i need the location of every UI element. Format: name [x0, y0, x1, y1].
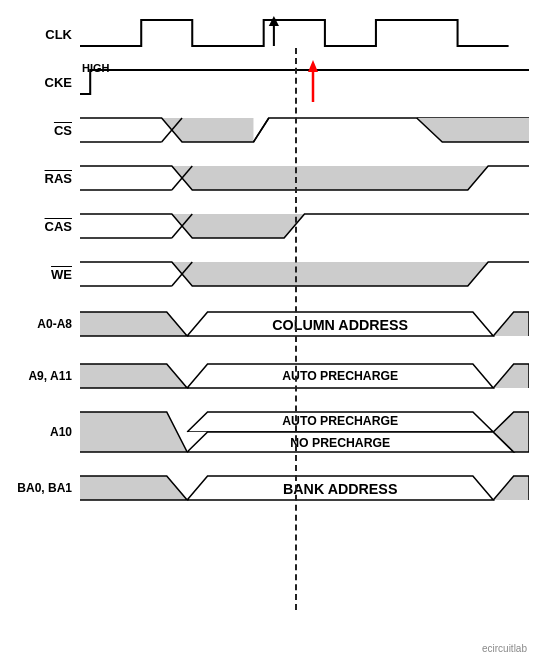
svg-marker-28	[80, 476, 187, 500]
svg-text:COLUMN ADDRESS: COLUMN ADDRESS	[272, 317, 408, 333]
signal-ras	[80, 154, 529, 202]
svg-marker-22	[80, 412, 187, 452]
label-ba01: BA0, BA1	[10, 481, 80, 495]
signal-cke: HIGH	[80, 58, 529, 106]
high-label: HIGH	[82, 62, 110, 74]
signal-cs	[80, 106, 529, 154]
row-cas: CAS	[10, 202, 529, 250]
svg-marker-3	[308, 60, 318, 72]
svg-marker-14	[80, 312, 187, 336]
label-ras: RAS	[10, 171, 80, 186]
row-ba01: BA0, BA1 BANK ADDRESS	[10, 462, 529, 514]
svg-text:BANK ADDRESS: BANK ADDRESS	[283, 481, 397, 497]
row-clk: CLK	[10, 10, 529, 58]
label-a10: A10	[10, 425, 80, 439]
row-cke: CKE HIGH	[10, 58, 529, 106]
label-cs: CS	[10, 123, 80, 138]
row-a0a8: A0-A8 COLUMN ADDRESS	[10, 298, 529, 350]
row-ras: RAS	[10, 154, 529, 202]
signal-we	[80, 250, 529, 298]
label-a0a8: A0-A8	[10, 317, 80, 331]
svg-line-6	[253, 118, 268, 142]
svg-marker-4	[80, 118, 305, 142]
row-we: WE	[10, 250, 529, 298]
svg-text:AUTO PRECHARGE: AUTO PRECHARGE	[282, 414, 398, 428]
row-a9a11: A9, A11 AUTO PRECHARGE	[10, 350, 529, 402]
signal-a9a11: AUTO PRECHARGE	[80, 350, 529, 402]
svg-text:AUTO PRECHARGE: AUTO PRECHARGE	[282, 369, 398, 383]
diagram-container: CLK CKE HIGH	[0, 0, 539, 662]
watermark: ecircuitlab	[482, 643, 527, 654]
svg-marker-18	[80, 364, 187, 388]
signal-a10: AUTO PRECHARGE NO PRECHARGE	[80, 402, 529, 462]
label-cke: CKE	[10, 75, 80, 90]
row-a10: A10 AUTO PRECHARGE NO PRECHARGE	[10, 402, 529, 462]
svg-marker-10	[80, 214, 529, 238]
signal-a0a8: COLUMN ADDRESS	[80, 298, 529, 350]
svg-marker-8	[80, 166, 529, 190]
signal-clk	[80, 10, 529, 58]
signal-cas	[80, 202, 529, 250]
svg-marker-7	[417, 118, 529, 142]
label-clk: CLK	[10, 27, 80, 42]
label-cas: CAS	[10, 219, 80, 234]
label-we: WE	[10, 267, 80, 282]
row-cs: CS	[10, 106, 529, 154]
svg-text:NO PRECHARGE: NO PRECHARGE	[290, 436, 390, 450]
signal-ba01: BANK ADDRESS	[80, 462, 529, 514]
svg-marker-12	[80, 262, 529, 286]
label-a9a11: A9, A11	[10, 369, 80, 383]
dashed-line	[295, 48, 297, 610]
